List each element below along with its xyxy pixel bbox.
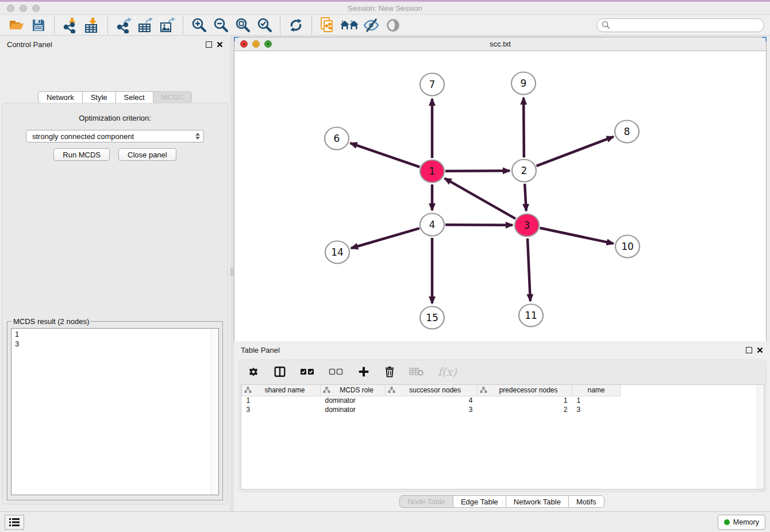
graph-edge-2-3[interactable] xyxy=(525,184,526,211)
import-table-button[interactable] xyxy=(81,16,103,34)
close-panel-icon[interactable] xyxy=(217,41,223,48)
column-header-predecessor-nodes[interactable]: predecessor nodes xyxy=(478,385,572,396)
tab-select[interactable]: Select xyxy=(116,91,153,103)
table-toolbar: f(x) xyxy=(239,360,766,383)
open-session-button[interactable] xyxy=(6,16,28,34)
export-network-button[interactable] xyxy=(113,16,134,34)
svg-text:9: 9 xyxy=(521,78,527,89)
float-table-panel-icon[interactable] xyxy=(746,347,752,353)
delete-row-button[interactable] xyxy=(384,365,395,378)
tab-network[interactable]: Network xyxy=(38,91,83,103)
toolbar-separator xyxy=(54,16,55,34)
zoom-selected-button[interactable] xyxy=(253,16,275,34)
graph-node-9[interactable]: 9 xyxy=(511,72,536,95)
graph-node-4[interactable]: 4 xyxy=(420,214,444,236)
tab-style[interactable]: Style xyxy=(82,91,116,103)
app-titlebar: Session: New Session xyxy=(0,0,770,15)
table-row[interactable]: 1dominator411 xyxy=(242,396,621,405)
column-panel-button[interactable] xyxy=(274,365,286,378)
table-cell[interactable]: 1 xyxy=(478,396,572,405)
tab-edge-table[interactable]: Edge Table xyxy=(453,495,506,508)
graph-edge-1-6[interactable] xyxy=(351,143,420,167)
graph-edge-2-8[interactable] xyxy=(537,137,614,166)
apply-layout-button[interactable] xyxy=(285,16,307,34)
mcds-result-box[interactable]: 13 xyxy=(11,328,219,495)
table-cell[interactable]: 1 xyxy=(572,396,621,405)
graph-node-2[interactable]: 2 xyxy=(512,160,536,182)
export-image-button[interactable] xyxy=(156,16,178,34)
import-network-button[interactable] xyxy=(59,16,81,34)
table-row[interactable]: 3dominator323 xyxy=(242,405,621,414)
vertical-splitter[interactable] xyxy=(230,36,234,511)
graph-node-6[interactable]: 6 xyxy=(325,128,349,150)
new-network-from-selection-button[interactable] xyxy=(317,16,338,34)
function-builder-button[interactable]: f(x) xyxy=(438,365,457,378)
column-header-MCDS-role[interactable]: MCDS role xyxy=(321,385,386,396)
table-cell[interactable]: 3 xyxy=(572,405,621,414)
close-table-panel-icon[interactable] xyxy=(757,347,763,353)
app-title: Session: New Session xyxy=(0,4,770,13)
graph-node-7[interactable]: 7 xyxy=(420,74,444,96)
table-cell[interactable]: 2 xyxy=(478,405,572,414)
float-panel-icon[interactable] xyxy=(206,41,212,48)
svg-text:3: 3 xyxy=(524,219,530,231)
mcds-result-group: MCDS result (2 nodes) 13 xyxy=(7,317,223,500)
table-scrollbar[interactable] xyxy=(757,385,764,489)
tab-motifs[interactable]: Motifs xyxy=(568,495,605,508)
close-panel-button[interactable]: Close panel xyxy=(118,148,176,161)
tab-network-table[interactable]: Network Table xyxy=(506,495,569,508)
graph-node-15[interactable]: 15 xyxy=(420,307,444,329)
save-session-button[interactable] xyxy=(28,16,49,34)
graph-node-11[interactable]: 11 xyxy=(519,304,543,327)
table-cell[interactable]: 4 xyxy=(386,396,478,405)
table-panel-body: f(x) shared nameMCDS rolesuccessor nodes… xyxy=(238,360,767,492)
graph-node-14[interactable]: 14 xyxy=(325,241,349,264)
graph-edge-3-1[interactable] xyxy=(445,178,515,218)
memory-button[interactable]: Memory xyxy=(718,515,765,530)
table-cell[interactable]: dominator xyxy=(321,396,386,405)
splitter-grip[interactable] xyxy=(230,268,233,276)
add-row-button[interactable] xyxy=(357,365,370,378)
task-history-button[interactable] xyxy=(5,515,24,530)
zoom-out-button[interactable] xyxy=(210,16,232,34)
column-header-successor-nodes[interactable]: successor nodes xyxy=(386,385,478,396)
table-cell[interactable]: 3 xyxy=(242,405,321,414)
table-panel-header: Table Panel xyxy=(234,341,770,358)
run-mcds-button[interactable]: Run MCDS xyxy=(53,148,110,161)
column-header-name[interactable]: name xyxy=(572,385,621,396)
tab-mcds[interactable]: MCDS xyxy=(153,91,192,103)
table-cell[interactable]: 3 xyxy=(386,405,478,414)
graph-edge-4-14[interactable] xyxy=(351,228,419,248)
select-all-columns-button[interactable] xyxy=(300,367,315,376)
graph-edge-4-3[interactable] xyxy=(445,225,513,225)
result-scrollbar[interactable] xyxy=(211,329,218,495)
graph-edge-1-2[interactable] xyxy=(445,171,510,171)
deselect-all-columns-button[interactable] xyxy=(329,367,344,376)
first-neighbors-button[interactable] xyxy=(338,16,360,34)
graph-node-1[interactable]: 1 xyxy=(420,160,444,183)
search-field[interactable] xyxy=(596,18,764,32)
tab-node-table[interactable]: Node Table xyxy=(399,495,453,508)
network-canvas[interactable]: 7968124314101511 xyxy=(234,51,766,341)
node-table-header: shared nameMCDS rolesuccessor nodesprede… xyxy=(242,385,621,396)
zoom-in-button[interactable] xyxy=(188,16,210,34)
graph-node-10[interactable]: 10 xyxy=(615,236,640,258)
export-table-button[interactable] xyxy=(134,16,156,34)
show-all-button[interactable] xyxy=(382,16,404,34)
table-cell[interactable]: 1 xyxy=(242,396,321,405)
graph-edge-3-10[interactable] xyxy=(540,228,614,244)
graph-edge-3-11[interactable] xyxy=(528,238,530,301)
export-network-icon xyxy=(116,17,132,33)
graph-node-3[interactable]: 3 xyxy=(515,214,539,237)
criterion-select[interactable]: strongly connected component xyxy=(26,130,204,142)
graph-edge-2-9[interactable] xyxy=(523,98,524,157)
table-cell[interactable]: dominator xyxy=(321,405,386,414)
table-settings-button[interactable] xyxy=(247,365,260,378)
hide-selected-button[interactable] xyxy=(360,16,382,34)
search-input[interactable] xyxy=(613,21,759,29)
column-header-shared-name[interactable]: shared name xyxy=(242,385,321,396)
delete-table-button[interactable] xyxy=(409,367,424,377)
control-panel-tabs: NetworkStyleSelectMCDS xyxy=(0,91,230,103)
graph-node-8[interactable]: 8 xyxy=(615,121,639,143)
zoom-fit-button[interactable] xyxy=(232,16,253,34)
